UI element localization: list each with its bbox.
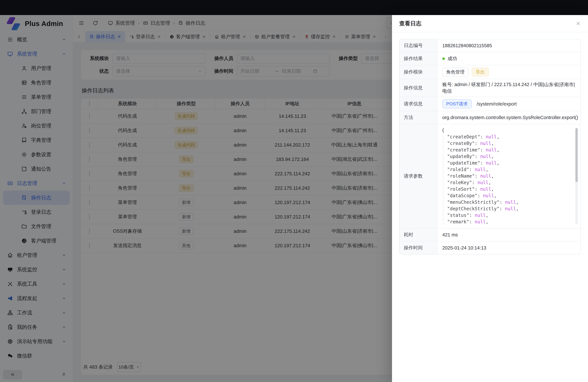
view-log-drawer: 查看日志 日志编号 1882612840802115585 操作结果 成功 操作… (392, 15, 588, 382)
detail-row-result: 操作结果 成功 (399, 52, 581, 65)
success-dot-icon (442, 57, 445, 60)
log-id-value: 1882612840802115585 (437, 39, 581, 52)
info-value: 账号: admin / 研发部门 / 222.175.114.242 / 中国|… (437, 79, 581, 97)
detail-row-time: 操作时间 2025-01-24 10:14:13 (399, 241, 581, 254)
top-bar (0, 0, 588, 15)
detail-row-module: 操作模块 角色管理 导出 (399, 65, 581, 79)
detail-row-info: 操作信息 账号: admin / 研发部门 / 222.175.114.242 … (399, 79, 581, 97)
drawer-body: 日志编号 1882612840802115585 操作结果 成功 操作模块 角色… (392, 32, 588, 261)
method-value: org.dromara.system.controller.system.Sys… (437, 111, 581, 124)
json-code-block: { "createDept": null, "createBy": null, … (440, 127, 578, 225)
log-detail-table: 日志编号 1882612840802115585 操作结果 成功 操作模块 角色… (399, 39, 581, 255)
action-badge: 导出 (472, 68, 489, 76)
detail-row-request: 请求信息 POST请求 /system/role/export (399, 97, 581, 111)
post-method-badge: POST请求 (442, 99, 472, 108)
drawer-overlay[interactable] (0, 15, 392, 382)
params-value: { "createDept": null, "createBy": null, … (437, 124, 581, 228)
detail-row-method: 方法 org.dromara.system.controller.system.… (399, 111, 581, 124)
drawer-header: 查看日志 (392, 15, 588, 32)
module-badge: 角色管理 (442, 68, 468, 76)
request-url: /system/role/export (477, 101, 517, 107)
detail-row-cost: 耗时 421 ms (399, 228, 581, 241)
module-value: 角色管理 导出 (437, 65, 581, 79)
request-value: POST请求 /system/role/export (437, 97, 581, 111)
time-value: 2025-01-24 10:14:13 (437, 241, 581, 254)
result-value: 成功 (437, 52, 581, 65)
detail-row-params: 请求参数 { "createDept": null, "createBy": n… (399, 124, 581, 228)
close-icon[interactable] (576, 21, 581, 26)
json-content: { "createDept": null, "createBy": null, … (440, 127, 578, 225)
detail-row-log-id: 日志编号 1882612840802115585 (399, 39, 581, 52)
drawer-title: 查看日志 (399, 20, 421, 27)
indent-guide (443, 134, 443, 224)
scrollbar-track[interactable] (575, 128, 578, 225)
scrollbar-thumb[interactable] (575, 128, 578, 182)
cost-value: 421 ms (437, 228, 581, 241)
